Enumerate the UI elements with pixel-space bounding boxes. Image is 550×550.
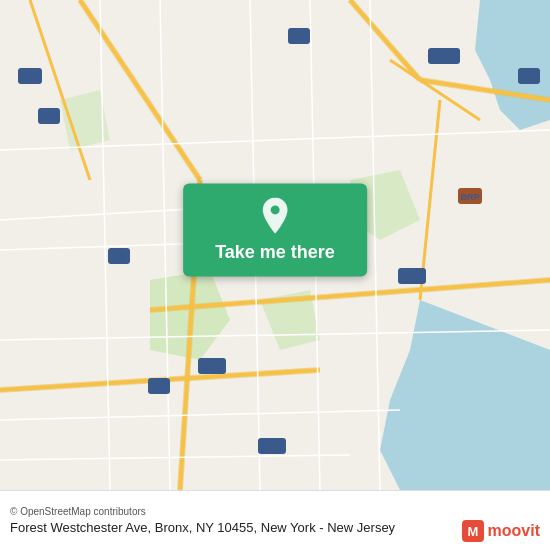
map-container: US 9 I 87 I 87 I 87 I 95 I 95 NY 895 BRP…: [0, 0, 550, 490]
moovit-brand-name: moovit: [488, 522, 540, 540]
svg-text:BRP: BRP: [460, 192, 479, 202]
take-me-there-label: Take me there: [215, 242, 335, 263]
moovit-icon: M: [462, 520, 484, 542]
svg-text:US 9: US 9: [20, 72, 40, 82]
svg-text:NY 895: NY 895: [429, 52, 459, 62]
svg-text:I 95: I 95: [291, 32, 306, 42]
svg-text:I 87: I 87: [41, 112, 56, 122]
location-pin-icon: [261, 198, 289, 234]
svg-text:I 87: I 87: [111, 252, 126, 262]
svg-text:I 278: I 278: [262, 442, 282, 452]
osm-attribution: © OpenStreetMap contributors: [10, 506, 540, 517]
take-me-there-button[interactable]: Take me there: [183, 184, 367, 277]
address-line: Forest Westchester Ave, Bronx, NY 10455,…: [10, 520, 540, 535]
svg-point-49: [270, 206, 279, 215]
svg-text:M: M: [467, 524, 478, 539]
svg-text:I 87: I 87: [151, 382, 166, 392]
moovit-logo: M moovit: [462, 520, 540, 542]
svg-text:I 278: I 278: [402, 272, 422, 282]
svg-text:I 278: I 278: [202, 362, 222, 372]
svg-text:I 95: I 95: [521, 72, 536, 82]
footer: © OpenStreetMap contributors Forest West…: [0, 490, 550, 550]
